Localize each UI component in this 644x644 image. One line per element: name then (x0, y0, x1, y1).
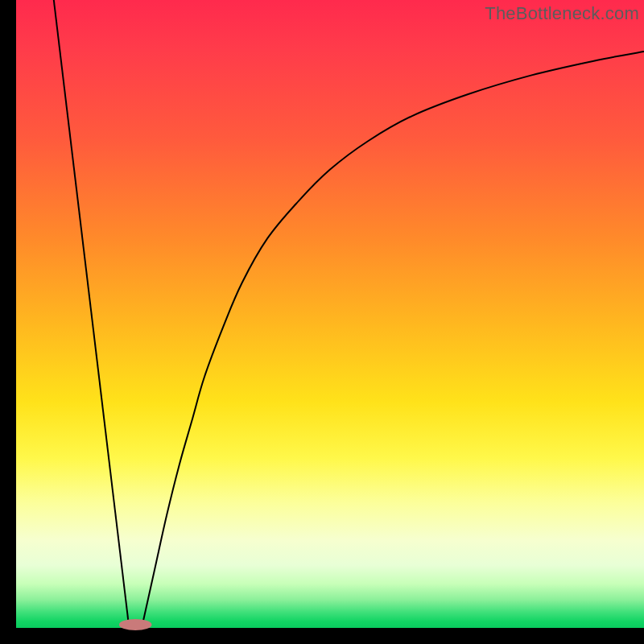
chart-frame: TheBottleneck.com (0, 0, 644, 644)
curve-right-branch (142, 52, 644, 628)
minimum-marker (119, 619, 152, 630)
chart-svg (16, 0, 644, 628)
attribution-text: TheBottleneck.com (485, 3, 639, 24)
curve-left-branch (54, 0, 130, 628)
plot-area: TheBottleneck.com (16, 0, 644, 628)
